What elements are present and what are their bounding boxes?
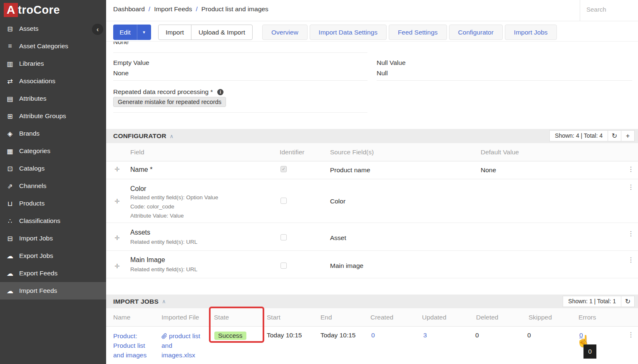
drag-handle-icon[interactable]: ✛	[114, 198, 120, 205]
column-header-name: Name	[113, 314, 130, 321]
breadcrumb-current-page: Product list and images	[201, 5, 268, 13]
tag-icon: ◈	[5, 130, 15, 138]
sidebar-item-label: Classifications	[19, 217, 60, 225]
sidebar-item-import-feeds[interactable]: ☁ Import Feeds	[0, 282, 106, 300]
app-logo[interactable]: A troCore	[0, 0, 106, 20]
kebab-menu-icon[interactable]: ⋮	[628, 165, 634, 173]
breadcrumb: Dashboard / Import Feeds / Product list …	[113, 5, 268, 13]
sidebar-item-brands[interactable]: ◈ Brands	[0, 125, 106, 142]
kebab-menu-icon[interactable]: ⋮	[628, 230, 634, 238]
upload-and-import-button[interactable]: Upload & Import	[191, 25, 252, 40]
breadcrumb-separator: /	[196, 5, 197, 13]
refresh-button[interactable]: ↻	[621, 296, 634, 307]
add-row-button[interactable]: +	[621, 131, 634, 141]
breadcrumb-dashboard[interactable]: Dashboard	[113, 5, 145, 13]
null-value-label: Null Value	[377, 59, 406, 67]
field-divider	[113, 80, 367, 81]
collapse-caret-icon[interactable]: ∧	[170, 133, 174, 139]
layers-icon: ≡	[5, 42, 15, 50]
info-icon[interactable]: i	[217, 89, 223, 95]
kebab-menu-icon[interactable]: ⋮	[628, 256, 634, 264]
sidebar-item-label: Categories	[19, 147, 50, 155]
sidebar-item-export-jobs[interactable]: ☁ Export Jobs	[0, 247, 106, 265]
sidebar-item-classifications[interactable]: ∴ Classifications	[0, 212, 106, 230]
configurator-panel-title: CONFIGURATOR	[113, 132, 166, 140]
job-imported-file-link[interactable]: product list and images.xlsx	[161, 331, 204, 360]
edit-button[interactable]: Edit	[113, 25, 137, 40]
kebab-menu-icon[interactable]: ⋮	[628, 183, 634, 191]
archive-icon: ⊟	[5, 235, 15, 243]
edit-split-button: Edit ▾	[113, 25, 151, 40]
refresh-button[interactable]: ↻	[608, 131, 621, 141]
breadcrumb-import-feeds[interactable]: Import Feeds	[154, 5, 192, 13]
sidebar-item-assets[interactable]: ⊟ Assets	[0, 20, 106, 37]
job-name-link[interactable]: Product: Product list and images	[113, 331, 157, 360]
sidebar-item-import-jobs[interactable]: ⊟ Import Jobs	[0, 230, 106, 247]
kebab-menu-icon[interactable]: ⋮	[628, 331, 634, 339]
configurator-panel-header: CONFIGURATOR ∧ Shown: 4 | Total: 4 ↻ +	[106, 129, 638, 143]
sidebar-item-label: Attribute Groups	[19, 112, 66, 120]
column-header-imported-file: Imported File	[161, 314, 199, 321]
sidebar-item-channels[interactable]: ⇗ Channels	[0, 177, 106, 195]
configurator-row-color: ✛ Color Related entity field(s): Option …	[106, 179, 638, 223]
sidebar-item-catalogs[interactable]: ⊡ Catalogs	[0, 160, 106, 177]
column-header-state: State	[214, 314, 229, 321]
action-bar: Edit ▾ Import Upload & Import Overview I…	[106, 22, 638, 42]
tab-feed-settings[interactable]: Feed Settings	[389, 25, 447, 40]
arrows-swap-icon: ⇄	[5, 77, 15, 85]
drag-handle-icon[interactable]: ✛	[114, 166, 120, 173]
sidebar-collapse-button[interactable]: ‹	[92, 24, 103, 35]
configurator-panel-controls: Shown: 4 | Total: 4 ↻ +	[549, 130, 635, 141]
sidebar-item-export-feeds[interactable]: ☁ Export Feeds	[0, 265, 106, 282]
field-name: Name *	[130, 166, 152, 173]
identifier-checkbox[interactable]: ✓	[281, 166, 287, 172]
sidebar-item-attribute-groups[interactable]: ⊞ Attribute Groups	[0, 107, 106, 125]
tab-import-jobs[interactable]: Import Jobs	[505, 25, 557, 40]
collapse-caret-icon[interactable]: ∧	[162, 298, 166, 305]
job-deleted-count: 0	[475, 332, 479, 339]
app-window: A troCore ⊟ Assets ≡ Asset Categories ▥ …	[0, 0, 638, 364]
field-name: Color	[130, 185, 146, 193]
clipped-field-value: None	[113, 42, 129, 46]
tab-configurator[interactable]: Configurator	[449, 25, 503, 40]
breadcrumb-separator: /	[149, 5, 150, 13]
logo-mark-icon: A	[4, 3, 18, 17]
sidebar-item-associations[interactable]: ⇄ Associations	[0, 72, 106, 90]
job-created-count-link[interactable]: 0	[371, 332, 375, 339]
sidebar-item-asset-categories[interactable]: ≡ Asset Categories	[0, 37, 106, 55]
identifier-checkbox[interactable]	[281, 234, 287, 240]
sidebar-item-label: Assets	[19, 25, 39, 32]
source-field-value: Color	[330, 198, 345, 205]
check-icon: ✓	[282, 166, 285, 171]
cloud-icon: ☁	[5, 252, 15, 260]
column-header-created: Created	[370, 314, 393, 321]
plus-icon: +	[626, 132, 630, 139]
tab-overview[interactable]: Overview	[262, 25, 308, 40]
refresh-icon: ↻	[625, 298, 631, 305]
field-name: Assets	[130, 229, 150, 236]
repeated-processing-value-chip: Generate mistake for repeated records	[113, 97, 226, 107]
search-input[interactable]	[586, 6, 636, 13]
import-jobs-panel: IMPORT JOBS ∧ Shown: 1 | Total: 1 ↻ Name…	[106, 295, 638, 364]
drag-handle-icon[interactable]: ✛	[114, 262, 120, 270]
configurator-row-assets: ✛ Assets Related entity field(s): URL As…	[106, 223, 638, 251]
import-button[interactable]: Import	[159, 25, 191, 40]
configurator-table-header: Field Identifier Source Field(s) Default…	[106, 143, 638, 161]
job-end-time: Today 10:15	[320, 332, 355, 339]
column-header-end: End	[320, 314, 332, 321]
tab-import-data-settings[interactable]: Import Data Settings	[310, 25, 387, 40]
sidebar-item-products[interactable]: ⊔ Products	[0, 195, 106, 212]
list-icon: ▤	[5, 95, 15, 103]
job-start-time: Today 10:15	[267, 332, 302, 339]
configurator-panel: CONFIGURATOR ∧ Shown: 4 | Total: 4 ↻ + F…	[106, 129, 638, 278]
job-updated-count-link[interactable]: 3	[423, 332, 427, 339]
sidebar-item-libraries[interactable]: ▥ Libraries	[0, 55, 106, 72]
identifier-checkbox[interactable]	[281, 198, 287, 204]
column-header-deleted: Deleted	[476, 314, 498, 321]
sidebar-item-categories[interactable]: ▦ Categories	[0, 142, 106, 160]
edit-dropdown-button[interactable]: ▾	[137, 25, 151, 40]
identifier-checkbox[interactable]	[281, 262, 287, 269]
import-jobs-panel-title: IMPORT JOBS	[113, 298, 159, 305]
sidebar-item-attributes[interactable]: ▤ Attributes	[0, 90, 106, 107]
drag-handle-icon[interactable]: ✛	[114, 234, 120, 242]
